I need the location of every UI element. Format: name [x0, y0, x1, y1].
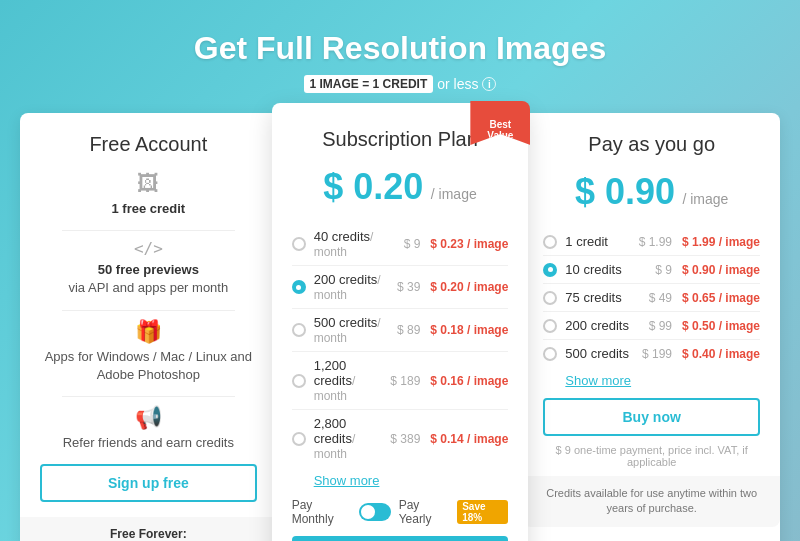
sub-credits-1: 200 credits/ month [314, 272, 397, 302]
paygo-options: 1 credit $ 1.99 $ 1.99 / image 10 credit… [543, 228, 760, 367]
sub-unit-4: $ 0.14 / image [428, 432, 508, 446]
signup-button[interactable]: Sign up free [40, 464, 257, 502]
paygo-price-display: $ 0.90 / image [543, 171, 760, 213]
billing-monthly-label: Pay Monthly [292, 498, 351, 526]
subscription-plan-card: Best Value Subscription Plan $ 0.20 / im… [272, 103, 529, 541]
sub-option-3[interactable]: 1,200 credits/ month $ 189 $ 0.16 / imag… [292, 352, 509, 410]
free-credit-feature: 🖼 1 free credit [40, 171, 257, 218]
sub-credits-2: 500 credits/ month [314, 315, 397, 345]
paygo-base-1: $ 9 [655, 263, 672, 277]
paygo-credits-4: 500 credits [565, 346, 642, 361]
free-api-desc: via API and apps per month [68, 280, 228, 295]
subtitle-suffix: or less [437, 76, 478, 92]
free-api-feature: </> 50 free previews via API and apps pe… [40, 239, 257, 297]
free-credit-text: 1 free credit [40, 200, 257, 218]
subscription-price-display: $ 0.20 / image [292, 166, 509, 208]
subscription-options: 40 credits/ month $ 9 $ 0.23 / image 200… [292, 223, 509, 467]
paygo-credits-1: 10 credits [565, 262, 655, 277]
apps-icon: 🎁 [40, 319, 257, 345]
paygo-footer: Credits available for use anytime within… [523, 476, 780, 527]
paygo-price: $ 0.90 [575, 171, 675, 212]
subscription-price: $ 0.20 [323, 166, 423, 207]
sub-unit-1: $ 0.20 / image [428, 280, 508, 294]
toggle-knob [361, 505, 375, 519]
sub-option-4[interactable]: 2,800 credits/ month $ 389 $ 0.14 / imag… [292, 410, 509, 467]
subscription-price-per: / image [431, 186, 477, 202]
billing-toggle-switch[interactable] [359, 503, 391, 521]
sub-unit-3: $ 0.16 / image [428, 374, 508, 388]
free-apps-feature: 🎁 Apps for Windows / Mac / Linux and Ado… [40, 319, 257, 384]
sub-credits-3: 1,200 credits/ month [314, 358, 391, 403]
save-badge: Save 18% [457, 500, 508, 524]
paygo-show-more[interactable]: Show more [565, 373, 760, 388]
paygo-credits-2: 75 credits [565, 290, 648, 305]
image-icon: 🖼 [40, 171, 257, 197]
plans-container: Free Account 🖼 1 free credit </> 50 free… [20, 113, 780, 541]
sub-radio-2[interactable] [292, 323, 306, 337]
paygo-payment-note: $ 9 one-time payment, price incl. VAT, i… [543, 444, 760, 468]
divider-3 [62, 396, 235, 397]
sub-credits-4: 2,800 credits/ month [314, 416, 391, 461]
credit-badge: 1 IMAGE = 1 CREDIT [304, 75, 434, 93]
free-plan-footer: Free Forever: Recommended for personal u… [20, 517, 277, 541]
free-forever-label: Free Forever: [40, 527, 257, 541]
sub-radio-4[interactable] [292, 432, 306, 446]
paygo-credits-3: 200 credits [565, 318, 648, 333]
subtitle-bar: 1 IMAGE = 1 CREDIT or less i [194, 75, 607, 93]
free-apps-text: Apps for Windows / Mac / Linux and Adobe… [40, 348, 257, 384]
sub-base-4: $ 389 [390, 432, 420, 446]
free-refer-feature: 📢 Refer friends and earn credits [40, 405, 257, 452]
paygo-option-2[interactable]: 75 credits $ 49 $ 0.65 / image [543, 284, 760, 312]
paygo-credits-0: 1 credit [565, 234, 638, 249]
sub-radio-3[interactable] [292, 374, 306, 388]
paygo-unit-3: $ 0.50 / image [680, 319, 760, 333]
paygo-plan-title: Pay as you go [543, 133, 760, 156]
billing-toggle: Pay Monthly Pay Yearly Save 18% [292, 498, 509, 526]
free-api-text: 50 free previews via API and apps per mo… [40, 261, 257, 297]
paygo-footer-desc: Credits available for use anytime within… [543, 486, 760, 517]
refer-icon: 📢 [40, 405, 257, 431]
paygo-option-1[interactable]: 10 credits $ 9 $ 0.90 / image [543, 256, 760, 284]
paygo-radio-2[interactable] [543, 291, 557, 305]
sub-unit-0: $ 0.23 / image [428, 237, 508, 251]
paygo-base-3: $ 99 [649, 319, 672, 333]
paygo-unit-1: $ 0.90 / image [680, 263, 760, 277]
paygo-unit-2: $ 0.65 / image [680, 291, 760, 305]
info-icon[interactable]: i [482, 77, 496, 91]
paygo-unit-4: $ 0.40 / image [680, 347, 760, 361]
sub-base-0: $ 9 [404, 237, 421, 251]
subscribe-button[interactable]: Subscribe now [292, 536, 509, 541]
page-header: Get Full Resolution Images 1 IMAGE = 1 C… [194, 30, 607, 93]
free-api-highlight: 50 free previews [98, 262, 199, 277]
sub-radio-1[interactable] [292, 280, 306, 294]
subscription-show-more[interactable]: Show more [314, 473, 509, 488]
sub-base-1: $ 39 [397, 280, 420, 294]
free-plan-title: Free Account [40, 133, 257, 156]
buy-button[interactable]: Buy now [543, 398, 760, 436]
divider-1 [62, 230, 235, 231]
paygo-base-2: $ 49 [649, 291, 672, 305]
paygo-option-3[interactable]: 200 credits $ 99 $ 0.50 / image [543, 312, 760, 340]
paygo-radio-3[interactable] [543, 319, 557, 333]
paygo-radio-4[interactable] [543, 347, 557, 361]
paygo-base-0: $ 1.99 [639, 235, 672, 249]
free-plan-card: Free Account 🖼 1 free credit </> 50 free… [20, 113, 277, 541]
paygo-option-4[interactable]: 500 credits $ 199 $ 0.40 / image [543, 340, 760, 367]
page-title: Get Full Resolution Images [194, 30, 607, 67]
free-refer-text: Refer friends and earn credits [40, 434, 257, 452]
sub-base-3: $ 189 [390, 374, 420, 388]
divider-2 [62, 310, 235, 311]
paygo-unit-0: $ 1.99 / image [680, 235, 760, 249]
paygo-radio-0[interactable] [543, 235, 557, 249]
paygo-radio-1[interactable] [543, 263, 557, 277]
sub-option-2[interactable]: 500 credits/ month $ 89 $ 0.18 / image [292, 309, 509, 352]
paygo-option-0[interactable]: 1 credit $ 1.99 $ 1.99 / image [543, 228, 760, 256]
sub-option-0[interactable]: 40 credits/ month $ 9 $ 0.23 / image [292, 223, 509, 266]
sub-unit-2: $ 0.18 / image [428, 323, 508, 337]
sub-option-1[interactable]: 200 credits/ month $ 39 $ 0.20 / image [292, 266, 509, 309]
sub-base-2: $ 89 [397, 323, 420, 337]
sub-radio-0[interactable] [292, 237, 306, 251]
paygo-base-4: $ 199 [642, 347, 672, 361]
sub-credits-0: 40 credits/ month [314, 229, 404, 259]
paygo-price-per: / image [682, 191, 728, 207]
